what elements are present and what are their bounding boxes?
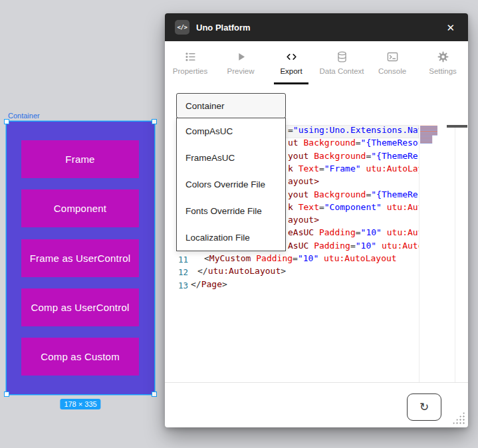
code-line: </utu:AutoLayout>	[191, 266, 419, 279]
line-number: 13	[176, 279, 188, 292]
code-line: </Page>	[191, 279, 419, 292]
overview-ruler-cursor-mark	[447, 125, 467, 128]
dropdown-option-localization-file[interactable]: Localization File	[177, 224, 285, 251]
plugin-window: </> Uno Platform ✕ PropertiesPreviewExpo…	[165, 13, 468, 427]
selection-handle-sw[interactable]	[4, 392, 9, 397]
frame-name-label[interactable]: Container	[8, 112, 40, 120]
selection-handle-nw[interactable]	[4, 119, 9, 124]
line-number: 12	[176, 266, 188, 279]
canvas-button-frame[interactable]: Frame	[21, 140, 139, 178]
dropdown-option-frameasuc[interactable]: FrameAsUC	[177, 145, 285, 171]
export-file-options: CompAsUCFrameAsUCColors Override FileFon…	[176, 118, 286, 251]
canvas-button-comp-as-custom[interactable]: Comp as Custom	[21, 338, 139, 376]
dropdown-option-compasuc[interactable]: CompAsUC	[177, 118, 285, 145]
size-badge: 178 × 335	[60, 399, 100, 409]
dropdown-option-colors-override-file[interactable]: Colors Override File	[177, 171, 285, 198]
container-frame[interactable]: FrameComponentFrame as UserControlComp a…	[7, 122, 154, 394]
dropdown-option-fonts-override-file[interactable]: Fonts Override File	[177, 197, 285, 224]
canvas-button-component[interactable]: Component	[21, 189, 139, 227]
line-number: 11	[176, 253, 188, 267]
code-line: <MyCustom Padding="10" utu:AutoLayout	[191, 253, 419, 267]
selection-handle-se[interactable]	[152, 392, 157, 397]
export-file-select[interactable]: Container	[176, 93, 286, 118]
canvas-button-comp-as-usercontrol[interactable]: Comp as UserControl	[21, 288, 139, 326]
selection-handle-ne[interactable]	[152, 119, 157, 124]
canvas-button-frame-as-usercontrol[interactable]: Frame as UserControl	[21, 239, 139, 277]
minimap-left-border	[419, 125, 419, 382]
editor-right-border	[455, 125, 455, 382]
